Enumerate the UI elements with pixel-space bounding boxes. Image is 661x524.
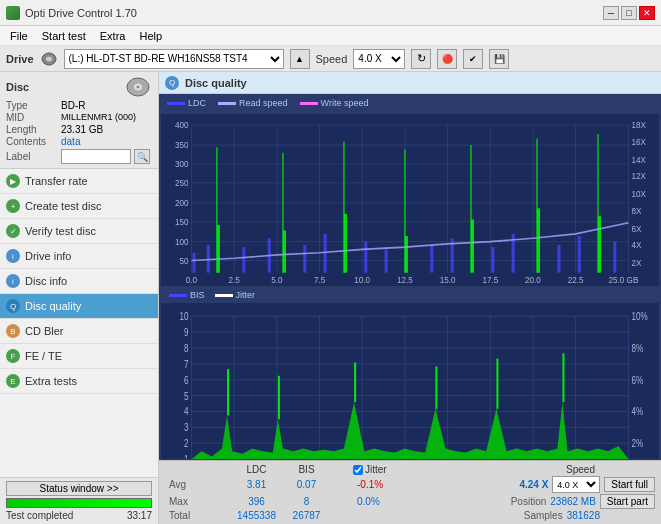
svg-text:100: 100: [175, 237, 189, 247]
speed-select-drive[interactable]: 4.0 X: [353, 49, 405, 69]
chart2-container: BIS Jitter: [161, 287, 659, 459]
start-full-button[interactable]: Start full: [604, 477, 655, 492]
disc-contents-value: data: [61, 136, 80, 147]
disc-label-label: Label: [6, 151, 58, 162]
svg-rect-53: [193, 253, 196, 273]
svg-text:6%: 6%: [632, 374, 644, 386]
svg-text:150: 150: [175, 217, 189, 227]
sidebar-item-verify-test-disc[interactable]: ✓ Verify test disc: [0, 219, 158, 244]
svg-rect-62: [364, 242, 367, 273]
create-disc-label: Create test disc: [25, 200, 101, 212]
speed-dropdown[interactable]: 4.0 X: [552, 476, 600, 493]
sidebar-item-fe-te[interactable]: F FE / TE: [0, 344, 158, 369]
col-bis: BIS: [284, 464, 329, 475]
svg-text:20.0: 20.0: [525, 274, 541, 284]
drive-select[interactable]: (L:) HL-DT-ST BD-RE WH16NS58 TST4: [64, 49, 284, 69]
menu-help[interactable]: Help: [133, 29, 168, 43]
nav-section: ▶ Transfer rate + Create test disc ✓ Ver…: [0, 169, 158, 477]
status-window-button[interactable]: Status window >>: [6, 481, 152, 496]
drive-info-label: Drive info: [25, 250, 71, 262]
transfer-rate-icon: ▶: [6, 174, 20, 188]
save-button[interactable]: 💾: [489, 49, 509, 69]
titlebar-controls: ─ □ ✕: [603, 6, 655, 20]
drive-label: Drive: [6, 53, 34, 65]
disc-length-label: Length: [6, 124, 58, 135]
svg-text:0.0: 0.0: [186, 274, 198, 284]
main-layout: Disc Type BD-R MID MILLENMR1 (000) Lengt…: [0, 72, 661, 524]
svg-text:3: 3: [184, 421, 189, 433]
bis-label: BIS: [190, 290, 205, 300]
svg-point-4: [137, 86, 140, 88]
svg-text:4%: 4%: [632, 405, 644, 417]
max-label: Max: [169, 496, 229, 507]
app-title: Opti Drive Control 1.70: [25, 7, 137, 19]
disc-quality-icon: Q: [6, 299, 20, 313]
svg-text:17.5: 17.5: [482, 274, 498, 284]
sidebar-item-transfer-rate[interactable]: ▶ Transfer rate: [0, 169, 158, 194]
jitter-label: Jitter: [236, 290, 256, 300]
fe-te-icon: F: [6, 349, 20, 363]
verify-button[interactable]: ✔: [463, 49, 483, 69]
menu-extra[interactable]: Extra: [94, 29, 132, 43]
svg-text:16X: 16X: [632, 137, 647, 147]
svg-text:5.0: 5.0: [271, 274, 283, 284]
svg-text:7: 7: [184, 358, 189, 370]
maximize-button[interactable]: □: [621, 6, 637, 20]
legend-read: Read speed: [218, 98, 288, 108]
sidebar-item-disc-quality[interactable]: Q Disc quality: [0, 294, 158, 319]
verify-disc-icon: ✓: [6, 224, 20, 238]
svg-rect-134: [435, 367, 437, 409]
menu-start-test[interactable]: Start test: [36, 29, 92, 43]
menu-file[interactable]: File: [4, 29, 34, 43]
drive-toolbar: Drive (L:) HL-DT-ST BD-RE WH16NS58 TST4 …: [0, 46, 661, 72]
legend-write: Write speed: [300, 98, 369, 108]
legend-ldc-label: LDC: [188, 98, 206, 108]
svg-rect-133: [354, 363, 356, 403]
svg-text:12.5: 12.5: [397, 274, 413, 284]
eject-button[interactable]: ▲: [290, 49, 310, 69]
refresh-button[interactable]: ↻: [411, 49, 431, 69]
svg-text:15.0: 15.0: [440, 274, 456, 284]
svg-text:400: 400: [175, 120, 189, 130]
sidebar-item-drive-info[interactable]: i Drive info: [0, 244, 158, 269]
stats-bar: LDC BIS Jitter Speed Avg 3.81 0.07 -0.1%…: [159, 460, 661, 524]
svg-text:1: 1: [184, 453, 189, 459]
disc-info-icon: i: [6, 274, 20, 288]
minimize-button[interactable]: ─: [603, 6, 619, 20]
dq-header-icon: Q: [165, 76, 179, 90]
menu-bar: File Start test Extra Help: [0, 26, 661, 46]
svg-rect-59: [303, 245, 306, 273]
svg-text:7.5: 7.5: [314, 274, 326, 284]
svg-text:2%: 2%: [632, 437, 644, 449]
svg-text:300: 300: [175, 159, 189, 169]
sidebar-item-disc-info[interactable]: i Disc info: [0, 269, 158, 294]
fe-te-label: FE / TE: [25, 350, 62, 362]
disc-type-label: Type: [6, 100, 58, 111]
jitter-checkbox[interactable]: [353, 465, 363, 475]
col-ldc: LDC: [229, 464, 284, 475]
disc-label-input[interactable]: [61, 149, 131, 164]
svg-text:8X: 8X: [632, 206, 642, 216]
svg-text:8%: 8%: [632, 342, 644, 354]
svg-text:200: 200: [175, 198, 189, 208]
disc-label-set-button[interactable]: 🔍: [134, 149, 150, 164]
svg-rect-60: [324, 234, 327, 273]
svg-text:2.5: 2.5: [229, 274, 241, 284]
total-ldc: 1455338: [229, 510, 284, 521]
sidebar-item-create-test-disc[interactable]: + Create test disc: [0, 194, 158, 219]
burn-button[interactable]: 🔴: [437, 49, 457, 69]
svg-text:6X: 6X: [632, 223, 642, 233]
disc-length-value: 23.31 GB: [61, 124, 103, 135]
sidebar-item-cd-bler[interactable]: B CD Bler: [0, 319, 158, 344]
sidebar: Disc Type BD-R MID MILLENMR1 (000) Lengt…: [0, 72, 159, 524]
close-button[interactable]: ✕: [639, 6, 655, 20]
dq-title: Disc quality: [185, 77, 247, 89]
svg-rect-71: [557, 245, 560, 273]
position-label: Position: [511, 496, 547, 507]
sidebar-item-extra-tests[interactable]: E Extra tests: [0, 369, 158, 394]
svg-text:2: 2: [184, 437, 189, 449]
start-part-button[interactable]: Start part: [600, 494, 655, 509]
total-bis: 26787: [284, 510, 329, 521]
disc-mid-label: MID: [6, 112, 58, 123]
svg-text:18X: 18X: [632, 120, 647, 130]
